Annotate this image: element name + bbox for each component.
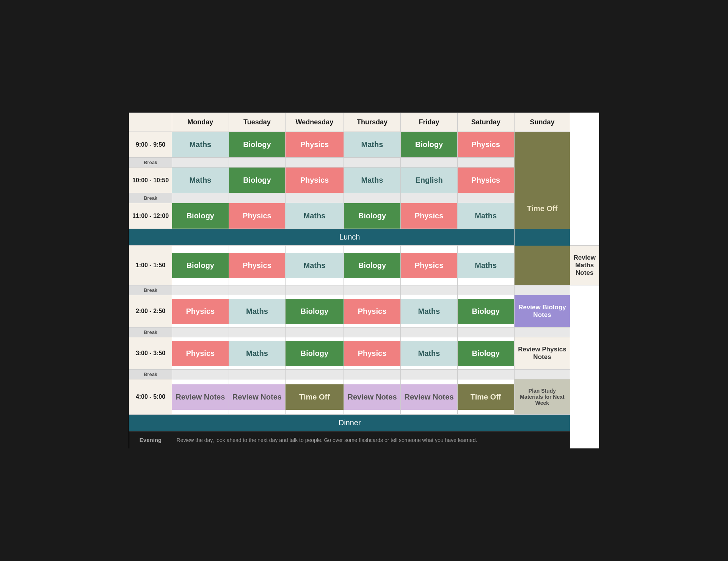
subject-tue-r4: Physics (229, 253, 286, 278)
cell-mon-r1: Maths (172, 132, 229, 158)
subject-thu-r4: Biology (344, 253, 400, 278)
subject-tue-r7: Review Notes (229, 384, 286, 410)
break-cell-6c (286, 370, 344, 379)
subject-wed-r3: Maths (286, 203, 344, 229)
schedule-container: Monday Tuesday Wednesday Thursday Friday… (118, 101, 610, 460)
cell-sat-r4: Maths (457, 246, 514, 285)
cell-sun-r5: Review Biology Notes (514, 295, 570, 328)
cell-tue-r3: Physics (229, 203, 286, 229)
subject-sat-r2: Physics (458, 168, 514, 193)
time-4-5: 4:00 - 5:00 (129, 379, 172, 415)
subject-thu-r2: Maths (344, 168, 400, 193)
cell-thu-r2: Maths (344, 168, 400, 193)
cell-fri-r6: Maths (401, 337, 458, 370)
cell-mon-r4: Biology (172, 246, 229, 285)
subject-fri-r4: Physics (401, 253, 457, 278)
break-label-4: Break (129, 285, 172, 295)
subject-mon-r6: Physics (172, 341, 229, 366)
break-label-5: Break (129, 328, 172, 337)
cell-sat-r5: Biology (457, 295, 514, 328)
break-cell-6d (344, 370, 400, 379)
cell-thu-r5: Physics (344, 295, 400, 328)
break-cell-5b (229, 328, 286, 337)
evening-text: Review the day, look ahead to the next d… (172, 431, 570, 449)
time-10-1050: 10:00 - 10:50 (129, 168, 172, 193)
header-empty (129, 113, 172, 132)
break-cell-1c (286, 158, 344, 168)
subject-sun-r7: Plan Study Materials for Next Week (515, 379, 570, 414)
break-cell-2d (344, 193, 400, 203)
subject-fri-r7: Review Notes (401, 384, 457, 410)
cell-thu-r1: Maths (344, 132, 400, 158)
row-4-5: 4:00 - 5:00 Review Notes Review Notes Ti… (129, 379, 599, 415)
cell-tue-r2: Biology (229, 168, 286, 193)
time-1-150: 1:00 - 1:50 (129, 246, 172, 285)
subject-mon-r3: Biology (172, 203, 229, 229)
cell-mon-r2: Maths (172, 168, 229, 193)
subject-thu-r5: Physics (344, 299, 400, 324)
break-cell-6e (401, 370, 458, 379)
header-monday: Monday (172, 113, 229, 132)
subject-mon-r5: Physics (172, 299, 229, 324)
subject-mon-r4: Biology (172, 253, 229, 278)
cell-fri-r1: Biology (401, 132, 458, 158)
subject-tue-r6: Maths (229, 341, 286, 366)
cell-tue-r6: Maths (229, 337, 286, 370)
break-cell-4c (286, 285, 344, 295)
subject-tue-r1: Biology (229, 132, 286, 157)
row-9-950: 9:00 - 9:50 Maths Biology Physics Maths … (129, 132, 599, 158)
break-cell-4g (514, 285, 570, 295)
cell-wed-r3: Maths (286, 203, 344, 229)
cell-fri-r7: Review Notes (401, 379, 458, 415)
break-row-5: Break (129, 328, 599, 337)
cell-wed-r1: Physics (286, 132, 344, 158)
break-cell-5d (344, 328, 400, 337)
cell-wed-r6: Biology (286, 337, 344, 370)
cell-sat-r7: Time Off (457, 379, 514, 415)
break-cell-6g (514, 370, 570, 379)
time-2-250: 2:00 - 2:50 (129, 295, 172, 328)
break-cell-4f (457, 285, 514, 295)
subject-sat-r7: Time Off (458, 384, 514, 410)
subject-wed-r7: Time Off (286, 384, 344, 410)
cell-fri-r2: English (401, 168, 458, 193)
subject-fri-r5: Maths (401, 299, 457, 324)
cell-sun-r4: Review Maths Notes (570, 246, 599, 285)
cell-tue-r7: Review Notes (229, 379, 286, 415)
break-cell-6b (229, 370, 286, 379)
subject-wed-r2: Physics (286, 168, 344, 193)
subject-sun-r4: Review Maths Notes (570, 246, 599, 285)
subject-fri-r3: Physics (401, 203, 457, 229)
subject-mon-r1: Maths (172, 132, 229, 157)
cell-fri-r3: Physics (401, 203, 458, 229)
header-thursday: Thursday (344, 113, 400, 132)
schedule-table: Monday Tuesday Wednesday Thursday Friday… (129, 113, 599, 448)
evening-label: Evening (129, 431, 172, 449)
cell-fri-r5: Maths (401, 295, 458, 328)
break-cell-4d (344, 285, 400, 295)
break-cell-1b (229, 158, 286, 168)
break-cell-1d (344, 158, 400, 168)
lunch-label: Lunch (129, 229, 570, 246)
subject-tue-r5: Maths (229, 299, 286, 324)
subject-fri-r1: Biology (401, 132, 457, 157)
time-9-950: 9:00 - 9:50 (129, 132, 172, 158)
subject-thu-r1: Maths (344, 132, 400, 157)
cell-wed-r7: Time Off (286, 379, 344, 415)
break-cell-5f (457, 328, 514, 337)
dinner-label: Dinner (129, 415, 570, 431)
break-cell-2e (401, 193, 458, 203)
break-cell-1e (401, 158, 458, 168)
subject-sat-r3: Maths (458, 203, 514, 229)
subject-thu-r6: Physics (344, 341, 400, 366)
subject-wed-r5: Biology (286, 299, 344, 324)
subject-fri-r6: Maths (401, 341, 457, 366)
subject-sun-r6: Review Physics Notes (515, 337, 570, 369)
cell-tue-r1: Biology (229, 132, 286, 158)
break-cell-4b (229, 285, 286, 295)
break-row-4: Break (129, 285, 599, 295)
break-cell-2c (286, 193, 344, 203)
cell-mon-r3: Biology (172, 203, 229, 229)
break-cell-2a (172, 193, 229, 203)
break-cell-5g (514, 328, 570, 337)
